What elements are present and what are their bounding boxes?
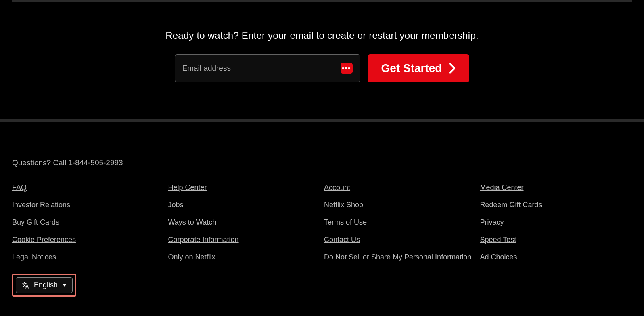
footer-link-terms-of-use[interactable]: Terms of Use (324, 218, 367, 227)
language-select-highlight: English (12, 274, 76, 297)
footer-link-ways-to-watch[interactable]: Ways to Watch (168, 218, 217, 227)
caret-down-icon (63, 284, 67, 287)
footer-link-buy-gift-cards[interactable]: Buy Gift Cards (12, 218, 59, 227)
language-icon (22, 282, 29, 289)
cta-form: ••• Get Started (175, 54, 470, 82)
section-divider (0, 119, 644, 122)
password-manager-icon[interactable]: ••• (341, 63, 353, 74)
phone-link[interactable]: 1-844-505-2993 (68, 158, 123, 167)
footer-link-account[interactable]: Account (324, 183, 350, 192)
footer-link-netflix-shop[interactable]: Netflix Shop (324, 201, 363, 209)
footer-link-do-not-sell[interactable]: Do Not Sell or Share My Personal Informa… (324, 253, 471, 261)
footer-link-faq[interactable]: FAQ (12, 183, 27, 192)
footer-link-only-on-netflix[interactable]: Only on Netflix (168, 253, 215, 261)
email-field[interactable] (182, 55, 341, 82)
footer-links-grid: FAQ Help Center Account Media Center Inv… (12, 183, 632, 261)
footer-link-investor-relations[interactable]: Investor Relations (12, 201, 70, 209)
language-selected-label: English (34, 281, 58, 289)
footer-link-help-center[interactable]: Help Center (168, 183, 207, 192)
footer-link-speed-test[interactable]: Speed Test (480, 236, 516, 244)
footer-link-corporate-information[interactable]: Corporate Information (168, 236, 239, 244)
signup-cta-section: Ready to watch? Enter your email to crea… (0, 2, 644, 82)
footer-link-media-center[interactable]: Media Center (480, 183, 524, 192)
footer-link-privacy[interactable]: Privacy (480, 218, 504, 227)
questions-line: Questions? Call 1-844-505-2993 (12, 158, 632, 167)
get-started-button[interactable]: Get Started (368, 54, 470, 82)
footer-link-contact-us[interactable]: Contact Us (324, 236, 360, 244)
language-select[interactable]: English (16, 277, 73, 293)
footer-link-jobs[interactable]: Jobs (168, 201, 184, 209)
footer-link-redeem-gift-cards[interactable]: Redeem Gift Cards (480, 201, 542, 209)
footer-link-legal-notices[interactable]: Legal Notices (12, 253, 56, 261)
footer-link-ad-choices[interactable]: Ad Choices (480, 253, 517, 261)
footer: Questions? Call 1-844-505-2993 FAQ Help … (0, 122, 644, 297)
cta-heading: Ready to watch? Enter your email to crea… (0, 30, 644, 41)
questions-prefix: Questions? Call (12, 158, 68, 167)
footer-link-cookie-preferences[interactable]: Cookie Preferences (12, 236, 76, 244)
chevron-right-icon (449, 63, 456, 74)
get-started-label: Get Started (381, 62, 442, 75)
email-field-wrap: ••• (175, 54, 360, 82)
